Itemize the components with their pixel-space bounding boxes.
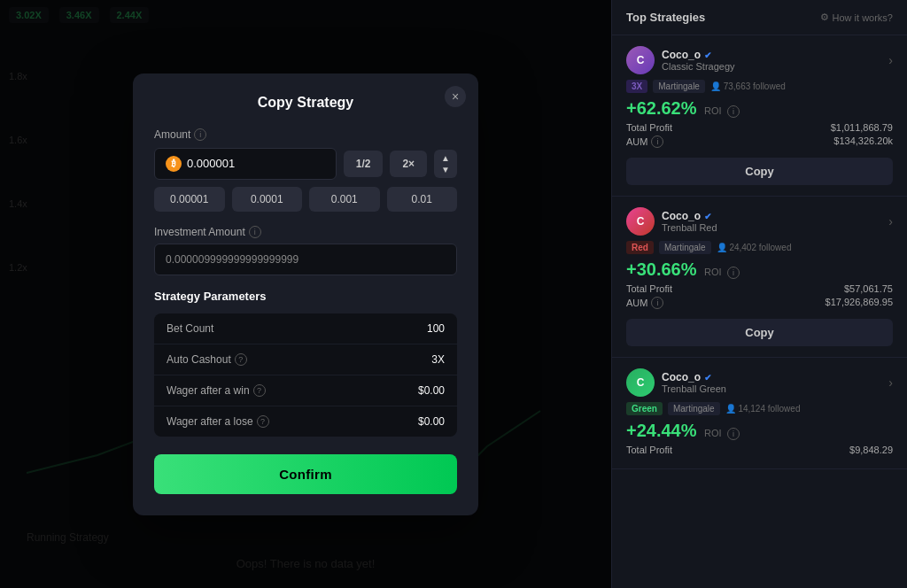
strategy-card-3: C Coco_o ✔ Trenball Green › Green Martin…	[612, 358, 907, 469]
tag-1: 3X	[626, 80, 647, 93]
total-profit-label-1: Total Profit	[626, 122, 672, 133]
total-profit-value-3: $9,848.29	[849, 445, 893, 455]
param-value-2: $0.00	[418, 384, 445, 397]
roi-value-3: +24.44%	[626, 421, 697, 440]
tag-2: Red	[626, 241, 654, 254]
username-2: Coco_o	[662, 210, 701, 222]
amount-input-wrapper[interactable]: ₿ 0.000001	[154, 148, 337, 180]
preset-btn-2[interactable]: 0.001	[309, 187, 380, 212]
up-down-stepper[interactable]: ▲ ▼	[434, 150, 457, 178]
aum-value-2: $17,926,869.95	[826, 297, 893, 309]
amount-label: Amount i	[154, 128, 457, 141]
followed-2: 👤 24,402 followed	[717, 243, 792, 252]
chevron-1[interactable]: ›	[888, 53, 893, 67]
up-arrow-icon: ▲	[441, 153, 450, 163]
param-row-2: Wager after a win ? $0.00	[154, 375, 457, 406]
roi-info-icon-2: i	[727, 267, 740, 279]
copy-button-1[interactable]: Copy	[626, 158, 893, 185]
followed-3: 👤 14,124 followed	[725, 404, 801, 414]
param-row-3: Wager after a lose ? $0.00	[154, 406, 457, 437]
aum-value-1: $134,326.20k	[833, 135, 893, 148]
roi-label-2: ROI	[704, 267, 722, 277]
roi-label-3: ROI	[704, 428, 722, 438]
strategy-card-1: C Coco_o ✔ Classic Stragegy › 3X Marting…	[612, 35, 907, 197]
total-profit-label-3: Total Profit	[626, 445, 672, 455]
param-label-2: Wager after a win ?	[167, 384, 266, 397]
preset-btn-0[interactable]: 0.00001	[154, 187, 225, 212]
verified-icon-3: ✔	[704, 373, 711, 383]
preset-btn-1[interactable]: 0.0001	[232, 187, 303, 212]
martingale-tag-3: Martingale	[668, 402, 720, 415]
copy-button-2[interactable]: Copy	[626, 319, 893, 346]
username-3: Coco_o	[662, 371, 701, 383]
avatar-3: C	[626, 368, 655, 397]
roi-label-1: ROI	[704, 105, 722, 116]
followed-count-2: 24,402 followed	[729, 243, 791, 252]
aum-label-1: AUM i	[626, 135, 663, 148]
chevron-2[interactable]: ›	[888, 214, 893, 228]
down-arrow-icon: ▼	[441, 165, 450, 174]
aum-label-2: AUM i	[626, 297, 663, 309]
amount-input-row: ₿ 0.000001 1/2 2× ▲ ▼	[154, 148, 457, 180]
modal-overlay: Copy Strategy × Amount i ₿ 0.000001 1/2 …	[0, 0, 611, 588]
param-value-0: 100	[427, 322, 445, 335]
username-1: Coco_o	[662, 49, 701, 61]
follow-icon-3: 👤	[725, 404, 736, 414]
modal-title: Copy Strategy	[154, 95, 457, 111]
roi-value-1: +62.62%	[626, 98, 697, 118]
amount-section: Amount i ₿ 0.000001 1/2 2× ▲ ▼ 0.00001 0…	[154, 128, 457, 212]
roi-value-2: +30.66%	[626, 259, 697, 279]
right-sidebar: Top Strategies ⚙ How it works? C Coco_o …	[611, 0, 907, 588]
total-profit-value-1: $1,011,868.79	[831, 122, 893, 133]
param-row-1: Auto Cashout ? 3X	[154, 344, 457, 375]
how-it-works-icon: ⚙	[820, 12, 829, 23]
sidebar-header: Top Strategies ⚙ How it works?	[612, 0, 907, 35]
amount-info-icon: i	[194, 128, 206, 141]
chevron-3[interactable]: ›	[888, 375, 893, 390]
param-label-3: Wager after a lose ?	[167, 415, 269, 428]
investment-label: Investment Amount i	[154, 226, 457, 238]
user-info-2: C Coco_o ✔ Trenball Red	[626, 207, 717, 236]
btc-icon: ₿	[166, 156, 182, 172]
param-value-1: 3X	[431, 353, 445, 366]
user-info-1: C Coco_o ✔ Classic Stragegy	[626, 46, 735, 74]
roi-info-icon-1: i	[727, 105, 740, 118]
followed-count-3: 14,124 followed	[738, 404, 800, 414]
confirm-button[interactable]: Confirm	[154, 454, 457, 494]
follow-icon-2: 👤	[717, 243, 727, 252]
copy-strategy-modal: Copy Strategy × Amount i ₿ 0.000001 1/2 …	[133, 74, 478, 515]
half-button[interactable]: 1/2	[344, 151, 384, 177]
strategy-card-2: C Coco_o ✔ Trenball Red › Red Martingale…	[612, 197, 907, 358]
follow-icon-1: 👤	[710, 81, 721, 91]
followed-1: 👤 73,663 followed	[710, 81, 786, 91]
double-button[interactable]: 2×	[390, 151, 427, 177]
avatar-2: C	[626, 207, 655, 236]
param-label-1: Auto Cashout ?	[167, 353, 247, 366]
strategy-name-1: Classic Stragegy	[662, 61, 735, 72]
preset-amounts: 0.00001 0.0001 0.001 0.01	[154, 187, 457, 212]
investment-section: Investment Amount i 0.000009999999999999…	[154, 226, 457, 275]
amount-value: 0.000001	[187, 157, 235, 170]
total-profit-value-2: $57,061.75	[844, 283, 893, 294]
param-value-3: $0.00	[418, 415, 445, 428]
roi-info-icon-3: i	[727, 428, 740, 440]
param-info-icon-3: ?	[257, 415, 269, 428]
investment-info-icon: i	[249, 226, 261, 238]
param-info-icon-2: ?	[253, 384, 266, 397]
how-it-works-link[interactable]: ⚙ How it works?	[820, 12, 893, 23]
preset-btn-3[interactable]: 0.01	[387, 187, 458, 212]
params-title: Strategy Parameters	[154, 290, 457, 303]
param-info-icon-1: ?	[235, 353, 247, 366]
martingale-tag-2: Martingale	[659, 241, 711, 254]
investment-value-box: 0.000009999999999999999	[154, 244, 457, 275]
strategy-params-section: Strategy Parameters Bet Count 100 Auto C…	[154, 290, 457, 437]
avatar-1: C	[626, 46, 655, 74]
martingale-tag-1: Martingale	[653, 80, 705, 93]
total-profit-label-2: Total Profit	[626, 283, 672, 294]
param-label-0: Bet Count	[167, 322, 213, 335]
aum-info-icon-1: i	[651, 135, 663, 148]
how-it-works-label: How it works?	[833, 12, 893, 23]
param-row-0: Bet Count 100	[154, 313, 457, 344]
verified-icon-2: ✔	[704, 212, 711, 221]
modal-close-button[interactable]: ×	[445, 86, 466, 107]
